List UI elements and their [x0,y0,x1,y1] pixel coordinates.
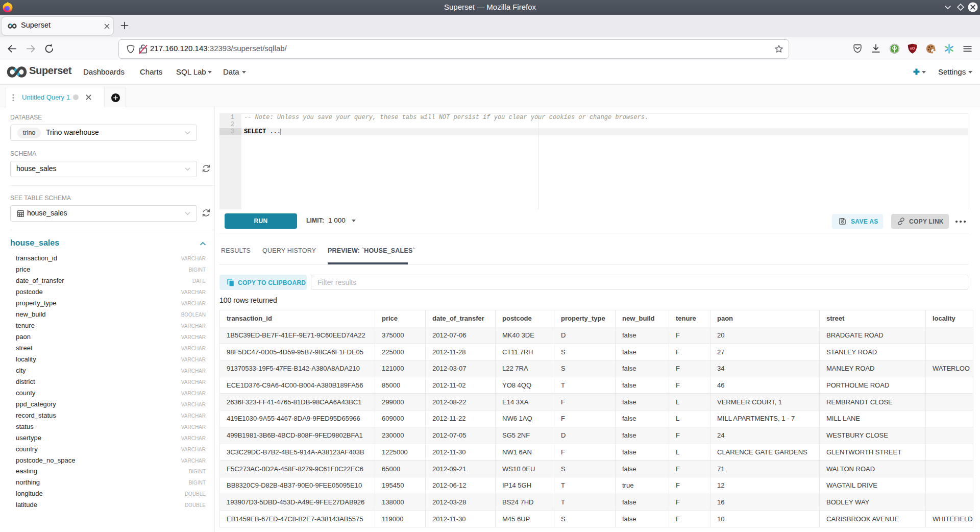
svg-text:uO: uO [910,46,915,50]
